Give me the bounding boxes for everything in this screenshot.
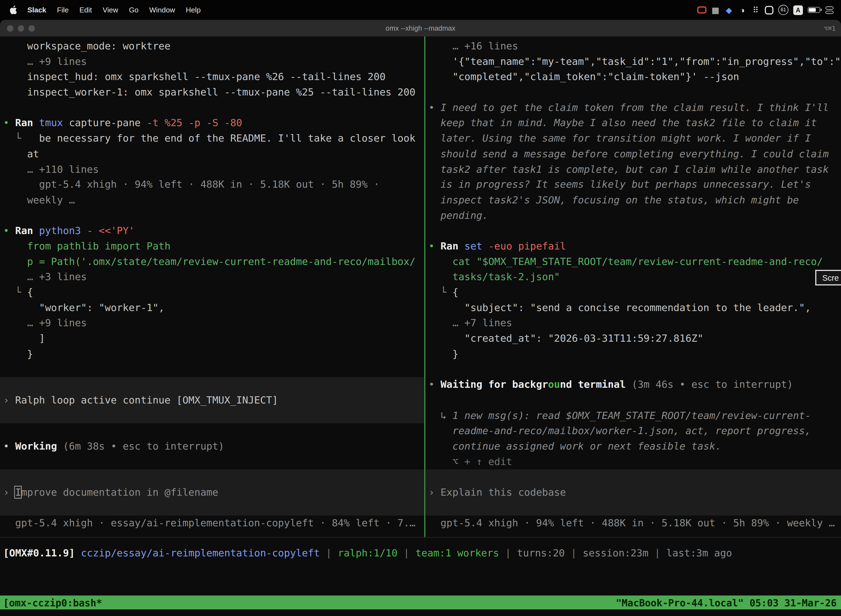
text-segment: -euo pipefail	[488, 241, 566, 252]
text-segment: from pathlib import Path	[3, 241, 170, 252]
text-segment: gpt-5.4 xhigh · 94% left · 488K in · 5.1…	[428, 517, 835, 528]
terminal-line: • Ran tmux capture-pane -t %25 -p -S -80	[0, 116, 424, 131]
terminal-line: tasks/task-2.json"	[425, 269, 841, 285]
battery-fill	[809, 8, 815, 12]
text-segment: -t %25 -p -S -80	[147, 117, 242, 129]
swallow-app-icon[interactable]: ◆	[725, 5, 733, 15]
terminal-line: p = Path('.omx/state/team/review-current…	[0, 254, 424, 270]
text-segment: }	[3, 348, 33, 359]
terminal-line: inspect task2's JSON, focusing on the st…	[425, 193, 841, 208]
text-segment: mprove documentation in @filename	[21, 487, 218, 498]
input-band[interactable]: › Improve documentation in @filename	[0, 469, 424, 516]
terminal-line: inspect_worker-1: omx sparkshell --tmux-…	[0, 85, 424, 100]
terminal-line: "subject": "send a concise recommendatio…	[425, 300, 841, 316]
text-segment: ou	[548, 379, 560, 390]
text-segment: ↳	[428, 409, 453, 421]
input-band[interactable]: › Explain this codebase	[425, 469, 841, 516]
text-segment: - <<'PY'	[87, 225, 135, 236]
terminal-line: }	[425, 346, 841, 362]
text-segment: pending.	[428, 210, 488, 221]
toggle-pill	[825, 6, 833, 9]
terminal-line: … +9 lines	[0, 316, 424, 331]
battery-percent-badge[interactable]: 61	[778, 5, 788, 15]
menu-item-window[interactable]: Window	[144, 6, 180, 14]
dots-grid-icon[interactable]: ⠿	[751, 5, 760, 15]
toggle-pill	[825, 10, 833, 14]
text-segment: is in progress? It seems likely but perh…	[428, 179, 811, 190]
screen: Slack File Edit View Go Window Help ▦◆◑⠿…	[0, 0, 841, 616]
text-segment: {	[27, 286, 33, 298]
text-segment: … +110 lines	[3, 163, 99, 175]
text-segment: ›	[3, 487, 15, 498]
window-shortcut: ⌥⌘1	[824, 24, 835, 32]
text-segment: cczip/essay/ai-reimplementation-copyleft	[81, 547, 320, 559]
text-segment: python3	[39, 225, 87, 236]
contrast-app-icon[interactable]: ◑	[738, 5, 747, 15]
pill-app-icon[interactable]	[765, 6, 774, 14]
close-button[interactable]	[7, 25, 13, 31]
menu-item-help[interactable]: Help	[180, 6, 206, 14]
terminal-line: is in progress? It seems likely but perh…	[425, 177, 841, 193]
terminal-line: pending.	[425, 208, 841, 223]
text-segment: last:3m ago	[666, 547, 732, 559]
text-segment: "worker": "worker-1",	[3, 302, 165, 313]
text-segment: session:23m	[583, 547, 648, 559]
text-segment: I need to get the claim token from the c…	[440, 102, 829, 113]
control-center-icon[interactable]	[825, 5, 834, 15]
text-segment: turns:20	[517, 547, 565, 559]
apple-logo	[10, 5, 17, 14]
apple-menu-icon[interactable]	[7, 5, 22, 14]
terminal-line: • I need to get the claim token from the…	[425, 100, 841, 116]
grid-app-icon[interactable]: ▦	[711, 5, 720, 15]
screen-recording-icon[interactable]	[697, 6, 706, 13]
text-segment: (3m 46s • esc to interrupt)	[631, 379, 793, 390]
text-segment: ⌥ + ↑ edit	[428, 456, 512, 467]
traffic-lights	[7, 20, 35, 37]
text-segment: •	[428, 379, 440, 390]
text-segment: … +7 lines	[428, 317, 512, 329]
prompt-line: › Improve documentation in @filename	[0, 485, 218, 500]
terminal-line: continue assigned work or next feasible …	[425, 439, 841, 454]
text-segment: Ran	[440, 241, 464, 252]
terminal-line: "created_at": "2026-03-31T11:59:27.816Z"	[425, 331, 841, 346]
terminal-line: … +9 lines	[0, 54, 424, 70]
prompt-line: › Ralph loop active continue [OMX_TMUX_I…	[0, 392, 278, 408]
zoom-button[interactable]	[28, 25, 35, 31]
tmux-status-bar: [omx-cczip0:bash* "MacBook-Pro-44.local"…	[0, 595, 841, 610]
terminal-line: └ {	[0, 285, 424, 300]
menu-item-view[interactable]: View	[97, 6, 123, 14]
terminal-line: should send a message before completing …	[425, 146, 841, 162]
terminal-line: '{"team_name":"my-team","task_id":"1","f…	[425, 54, 841, 70]
text-segment: •	[3, 225, 15, 236]
terminal-line: inspect_hud: omx sparkshell --tmux-pane …	[0, 69, 424, 85]
text-segment: Waiting for backgr	[440, 379, 548, 390]
text-segment: … +16 lines	[428, 40, 518, 51]
menu-app-name[interactable]: Slack	[22, 6, 51, 14]
terminal-line: "worker": "worker-1",	[0, 300, 424, 316]
terminal-pane-right[interactable]: … +16 lines '{"team_name":"my-team","tas…	[425, 37, 841, 537]
terminal-line: weekly …	[0, 193, 424, 208]
input-source-icon[interactable]: A	[793, 5, 803, 15]
terminal-line	[0, 362, 424, 377]
terminal-line: workspace_mode: worktree	[0, 39, 424, 54]
minimize-button[interactable]	[18, 25, 24, 31]
menu-item-edit[interactable]: Edit	[74, 6, 97, 14]
text-segment: tmux	[39, 117, 69, 129]
terminal-line	[0, 454, 424, 469]
terminal-line	[425, 362, 841, 377]
menu-item-go[interactable]: Go	[124, 6, 144, 14]
text-segment: Ran	[15, 225, 39, 236]
text-segment: workspace_mode: worktree	[3, 40, 170, 51]
terminal-line	[0, 100, 424, 116]
terminal-pane-left[interactable]: workspace_mode: worktree … +9 lines insp…	[0, 37, 424, 537]
menu-bar-left: Slack File Edit View Go Window Help	[7, 5, 206, 14]
battery-icon[interactable]	[807, 7, 820, 13]
terminal-line: … +3 lines	[0, 269, 424, 285]
input-band[interactable]: › Ralph loop active continue [OMX_TMUX_I…	[0, 377, 424, 423]
window-title-bar[interactable]: omx --xhigh --madmax ⌥⌘1	[0, 20, 841, 37]
menu-item-file[interactable]: File	[51, 6, 74, 14]
text-segment: └	[428, 286, 453, 298]
terminal-line: readme-and-reco/mailbox/worker-1.json, a…	[425, 423, 841, 439]
text-segment: … +3 lines	[3, 271, 87, 282]
text-segment: [OMX#0.11.9]	[3, 547, 81, 559]
